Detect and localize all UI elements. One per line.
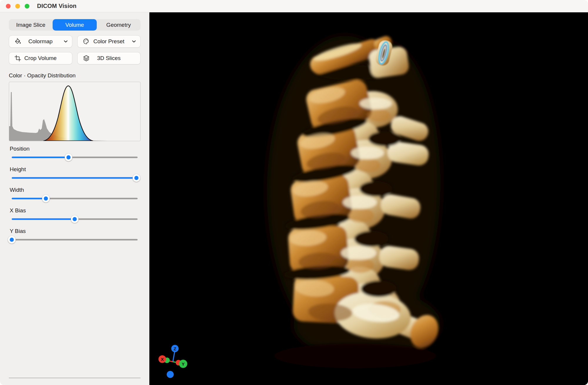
transfer-function-plot xyxy=(9,82,140,141)
colormap-button[interactable]: Colormap xyxy=(9,35,72,48)
slider-thumb[interactable] xyxy=(42,195,50,202)
slider-track-fill xyxy=(12,177,136,179)
crop-volume-button[interactable]: Crop Volume xyxy=(9,52,72,64)
mode-tabs: Image Slice Volume Geometry xyxy=(9,19,141,31)
slider-track-fill xyxy=(12,198,46,199)
zoom-button[interactable] xyxy=(25,4,29,9)
x-bias-slider[interactable] xyxy=(12,215,138,224)
axis-label-y: Y xyxy=(182,361,185,366)
tab-volume[interactable]: Volume xyxy=(53,19,96,31)
x-bias-label: X Bias xyxy=(10,207,141,214)
position-label: Position xyxy=(10,146,141,152)
y-bias-slider[interactable] xyxy=(12,235,138,244)
palette-icon xyxy=(83,38,90,45)
volume-render-canvas: X Z Y xyxy=(149,12,588,385)
width-label: Width xyxy=(10,187,141,193)
crop-icon xyxy=(14,55,21,62)
paint-bucket-icon xyxy=(14,38,21,45)
slider-track-fill xyxy=(12,219,75,220)
axis-label-x: X xyxy=(161,357,164,362)
slider-track-fill xyxy=(12,157,69,158)
3d-slices-label: 3D Slices xyxy=(97,55,121,61)
color-preset-button[interactable]: Color Preset xyxy=(77,35,141,48)
axis-label-z: Z xyxy=(173,346,176,351)
control-sidebar: Image Slice Volume Geometry Colormap xyxy=(0,12,149,385)
traffic-lights xyxy=(6,4,29,9)
height-label: Height xyxy=(10,166,141,173)
color-opacity-distribution-editor[interactable] xyxy=(9,82,141,141)
axis-ball-negative-z[interactable] xyxy=(167,371,174,378)
crop-volume-label: Crop Volume xyxy=(24,55,57,61)
y-bias-slider-group: Y Bias xyxy=(9,228,141,244)
transfer-function-gaussian[interactable] xyxy=(44,86,93,141)
y-bias-label: Y Bias xyxy=(10,228,141,234)
slider-thumb[interactable] xyxy=(65,154,72,161)
sidebar-divider xyxy=(9,378,141,378)
minimize-button[interactable] xyxy=(15,4,20,9)
slider-thumb[interactable] xyxy=(8,236,16,244)
position-slider[interactable] xyxy=(12,153,138,162)
window-title: DICOM Vision xyxy=(37,3,76,9)
chevron-down-icon xyxy=(132,40,136,43)
3d-slices-button[interactable]: 3D Slices xyxy=(77,52,141,64)
colormap-label: Colormap xyxy=(29,38,53,45)
slider-thumb[interactable] xyxy=(71,215,78,223)
tab-image-slice[interactable]: Image Slice xyxy=(9,19,53,31)
position-slider-group: Position xyxy=(9,146,141,162)
close-button[interactable] xyxy=(6,4,11,9)
tool-buttons: Colormap Colo xyxy=(9,35,141,64)
color-preset-label: Color Preset xyxy=(93,38,124,45)
height-slider[interactable] xyxy=(12,174,138,182)
height-slider-group: Height xyxy=(9,166,141,182)
slider-thumb[interactable] xyxy=(133,174,140,182)
x-bias-slider-group: X Bias xyxy=(9,207,141,224)
slider-track[interactable] xyxy=(12,239,138,241)
volume-render-viewport[interactable]: X Z Y xyxy=(149,12,588,385)
width-slider[interactable] xyxy=(12,194,138,203)
width-slider-group: Width xyxy=(9,187,141,203)
tab-geometry[interactable]: Geometry xyxy=(97,19,141,31)
chevron-down-icon xyxy=(64,40,68,43)
distribution-section-label: Color · Opacity Distribution xyxy=(9,72,141,79)
layers-icon xyxy=(83,55,90,62)
title-bar: DICOM Vision xyxy=(0,0,588,12)
app-window: DICOM Vision Image Slice Volume Geometry xyxy=(0,0,588,385)
